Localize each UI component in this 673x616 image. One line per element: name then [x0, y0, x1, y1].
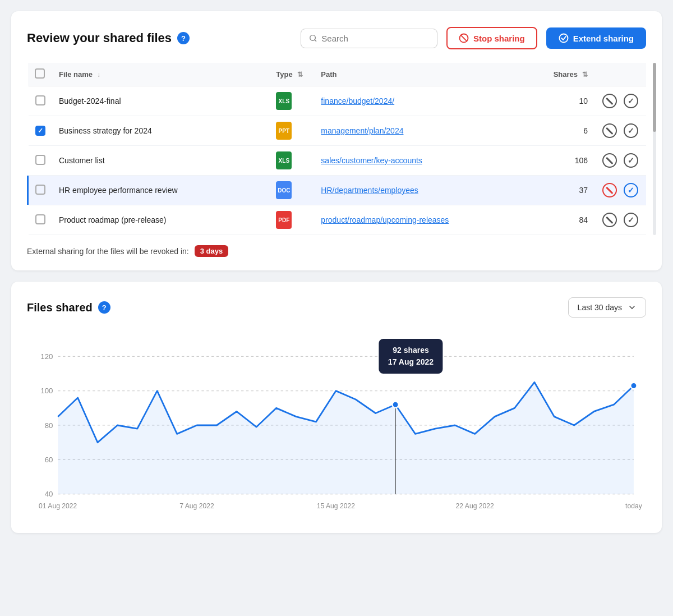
- file-type-cell: XLS: [269, 146, 314, 176]
- extend-action-button[interactable]: [623, 152, 639, 169]
- select-all-checkbox[interactable]: [35, 68, 45, 79]
- checkbox-cell: [28, 146, 53, 176]
- check-circle-icon: [624, 213, 638, 227]
- stop-action-button[interactable]: [601, 93, 618, 109]
- stop-circle-icon: [602, 94, 617, 108]
- files-table: File name ↓ Type ⇅ Path: [27, 63, 646, 235]
- check-circle-icon: [624, 94, 638, 108]
- action-icons: [601, 93, 639, 109]
- stop-circle-icon: [602, 213, 617, 227]
- svg-text:40: 40: [45, 490, 53, 498]
- extend-action-button[interactable]: [623, 212, 639, 228]
- date-range-dropdown[interactable]: Last 30 days: [568, 297, 646, 318]
- table-row: Product roadmap (pre-release) PDF produc…: [28, 205, 647, 235]
- actions-cell: [594, 146, 646, 176]
- stop-circle-icon: [602, 123, 617, 138]
- file-type-cell: PDF: [269, 205, 314, 235]
- search-icon: [309, 34, 317, 43]
- row-checkbox[interactable]: [35, 95, 45, 105]
- sort-icon: ↓: [97, 71, 100, 79]
- table-body: Budget-2024-final XLS finance/budget/202…: [28, 86, 647, 235]
- file-path-link[interactable]: HR/departments/employees: [321, 186, 418, 195]
- action-icons: [601, 122, 639, 139]
- file-path-cell: sales/customer/key-accounts: [314, 146, 546, 176]
- type-sort-icon: ⇅: [297, 71, 303, 79]
- extend-action-button[interactable]: [623, 182, 639, 199]
- file-type-badge: PPT: [276, 122, 292, 140]
- file-path-link[interactable]: sales/customer/key-accounts: [321, 156, 422, 165]
- shares-count: 10: [579, 96, 588, 105]
- row-checkbox[interactable]: [35, 155, 45, 165]
- chart-help-icon[interactable]: ?: [98, 301, 110, 314]
- shares-sort-icon: ⇅: [582, 71, 588, 79]
- checkbox-cell: [28, 116, 53, 146]
- file-type-badge: PDF: [276, 211, 292, 229]
- file-type-cell: PPT: [269, 116, 314, 146]
- stop-icon: [459, 33, 469, 43]
- chart-area: 40608010012001 Aug 20227 Aug 202215 Aug …: [27, 329, 646, 520]
- file-type-cell: DOC: [269, 176, 314, 205]
- svg-text:80: 80: [45, 421, 53, 429]
- search-input[interactable]: [321, 34, 429, 43]
- scrollbar-thumb[interactable]: [653, 63, 656, 132]
- file-type-cell: XLS: [269, 86, 314, 116]
- svg-line-3: [461, 35, 467, 42]
- col-header-type: Type ⇅: [269, 63, 314, 86]
- table-row: Budget-2024-final XLS finance/budget/202…: [28, 86, 647, 116]
- file-path-link[interactable]: product/roadmap/upcoming-releases: [321, 215, 449, 224]
- file-path-link[interactable]: management/plan/2024: [321, 126, 403, 135]
- stop-sharing-button[interactable]: Stop sharing: [446, 27, 537, 49]
- revoke-notice: External sharing for the files will be r…: [27, 245, 646, 257]
- row-checkbox[interactable]: [35, 214, 45, 224]
- row-checkbox[interactable]: [35, 126, 45, 136]
- extend-sharing-button[interactable]: Extend sharing: [546, 27, 646, 49]
- table-row: Customer list XLS sales/customer/key-acc…: [28, 146, 647, 176]
- chart-svg: 40608010012001 Aug 20227 Aug 202215 Aug …: [27, 329, 646, 520]
- action-icons: [601, 152, 639, 169]
- svg-point-17: [630, 383, 637, 389]
- checkmark-circle-icon: [559, 33, 569, 43]
- revoke-text: External sharing for the files will be r…: [27, 247, 189, 256]
- help-icon[interactable]: ?: [177, 32, 190, 44]
- scrollbar-track[interactable]: [653, 63, 656, 235]
- check-circle-icon: [624, 123, 638, 138]
- file-path-link[interactable]: finance/budget/2024/: [321, 96, 394, 105]
- days-badge: 3 days: [195, 245, 228, 257]
- chart-title: Files shared ?: [27, 301, 568, 314]
- dropdown-label: Last 30 days: [578, 303, 622, 312]
- extend-sharing-label: Extend sharing: [573, 34, 634, 43]
- extend-action-button[interactable]: [623, 122, 639, 139]
- file-path-cell: finance/budget/2024/: [314, 86, 546, 116]
- col-header-path: Path: [314, 63, 546, 86]
- col-header-shares: Shares ⇅: [547, 63, 594, 86]
- shares-cell: 106: [547, 146, 594, 176]
- check-circle-icon: [624, 183, 638, 197]
- row-checkbox[interactable]: [35, 185, 45, 195]
- col-header-actions: [594, 63, 646, 86]
- stop-action-button[interactable]: [601, 152, 618, 169]
- extend-action-button[interactable]: [623, 93, 639, 109]
- files-table-wrapper: File name ↓ Type ⇅ Path: [27, 63, 646, 235]
- file-name-cell: Business strategy for 2024: [52, 116, 269, 146]
- shares-count: 106: [575, 156, 588, 165]
- shares-cell: 10: [547, 86, 594, 116]
- svg-text:60: 60: [45, 456, 53, 464]
- svg-text:01 Aug 2022: 01 Aug 2022: [39, 502, 77, 509]
- stop-action-button[interactable]: [601, 182, 618, 199]
- table-row: HR employee performance review DOC HR/de…: [28, 176, 647, 205]
- stop-action-button[interactable]: [601, 122, 618, 139]
- select-all-header: [28, 63, 53, 86]
- svg-text:7 Aug 2022: 7 Aug 2022: [179, 502, 214, 509]
- search-box[interactable]: [301, 29, 437, 48]
- shares-cell: 37: [547, 176, 594, 205]
- svg-text:today: today: [625, 502, 643, 509]
- chart-header: Files shared ? Last 30 days: [27, 297, 646, 318]
- check-circle-icon: [624, 153, 638, 168]
- svg-text:22 Aug 2022: 22 Aug 2022: [456, 502, 494, 509]
- stop-action-button[interactable]: [601, 212, 618, 228]
- col-header-name: File name ↓: [52, 63, 269, 86]
- shares-count: 84: [579, 215, 588, 224]
- shares-cell: 6: [547, 116, 594, 146]
- chart-title-text: Files shared: [27, 301, 93, 314]
- section-title-text: Review your shared files: [27, 31, 172, 45]
